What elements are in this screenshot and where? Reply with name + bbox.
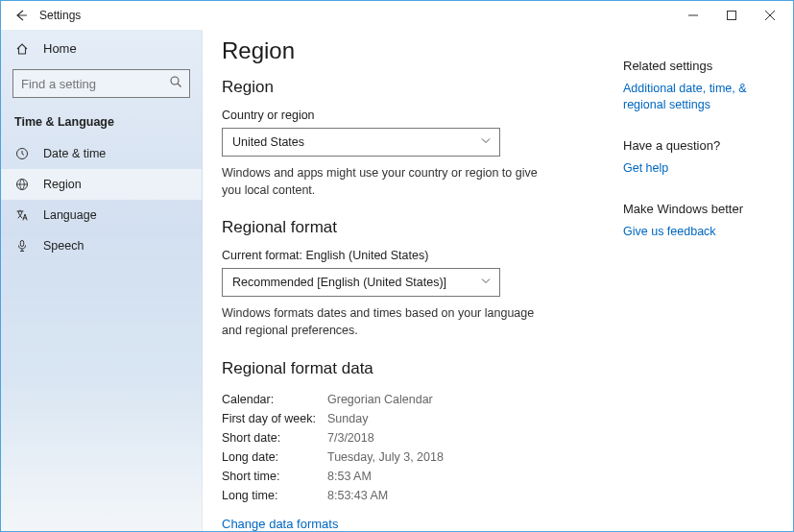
page-title: Region bbox=[222, 37, 596, 64]
get-help-link[interactable]: Get help bbox=[623, 160, 782, 177]
section-format-heading: Regional format bbox=[222, 218, 596, 237]
search-icon bbox=[169, 75, 182, 92]
svg-rect-4 bbox=[20, 241, 23, 247]
sidebar-item-language[interactable]: Language bbox=[1, 200, 202, 230]
table-row: Short time:8:53 AM bbox=[222, 467, 596, 486]
sidebar-item-label: Language bbox=[43, 208, 97, 222]
country-dropdown[interactable]: United States bbox=[222, 128, 500, 157]
maximize-button[interactable] bbox=[712, 2, 751, 29]
format-value: Recommended [English (United States)] bbox=[232, 276, 446, 289]
sidebar-item-speech[interactable]: Speech bbox=[1, 230, 202, 261]
give-feedback-link[interactable]: Give us feedback bbox=[623, 224, 782, 240]
sidebar: Home Time & Language Date & time Region … bbox=[1, 30, 203, 531]
sidebar-item-label: Date & time bbox=[43, 147, 106, 160]
table-row: Calendar:Gregorian Calendar bbox=[222, 390, 596, 409]
back-button[interactable] bbox=[11, 5, 32, 26]
aside: Related settings Additional date, time, … bbox=[615, 30, 793, 531]
format-label: Current format: English (United States) bbox=[222, 249, 596, 262]
home-icon bbox=[14, 42, 30, 56]
language-icon bbox=[14, 208, 30, 222]
country-label: Country or region bbox=[222, 109, 596, 122]
window-controls bbox=[674, 2, 789, 29]
country-helper: Windows and apps might use your country … bbox=[222, 164, 548, 199]
globe-icon bbox=[14, 178, 30, 191]
section-format-data-heading: Regional format data bbox=[222, 359, 596, 378]
chevron-down-icon bbox=[480, 276, 492, 290]
table-row: First day of week:Sunday bbox=[222, 409, 596, 428]
country-value: United States bbox=[232, 135, 304, 149]
additional-settings-link[interactable]: Additional date, time, & regional settin… bbox=[623, 81, 782, 113]
arrow-left-icon bbox=[14, 9, 28, 22]
window-title: Settings bbox=[39, 9, 81, 22]
sidebar-item-region[interactable]: Region bbox=[1, 169, 202, 200]
titlebar: Settings bbox=[1, 1, 793, 30]
sidebar-item-date-time[interactable]: Date & time bbox=[1, 138, 202, 169]
have-question-heading: Have a question? bbox=[623, 138, 782, 153]
change-data-formats-link[interactable]: Change data formats bbox=[222, 517, 338, 531]
table-row: Short date:7/3/2018 bbox=[222, 428, 596, 447]
related-settings-heading: Related settings bbox=[623, 59, 782, 73]
microphone-icon bbox=[14, 239, 30, 253]
table-row: Long time:8:53:43 AM bbox=[222, 486, 596, 505]
home-nav[interactable]: Home bbox=[1, 34, 202, 63]
main-content: Region Region Country or region United S… bbox=[203, 30, 615, 531]
close-button[interactable] bbox=[751, 2, 789, 29]
sidebar-heading: Time & Language bbox=[1, 108, 202, 138]
section-region-heading: Region bbox=[222, 78, 596, 97]
search-input[interactable] bbox=[12, 69, 190, 98]
format-helper: Windows formats dates and times based on… bbox=[222, 304, 548, 339]
table-row: Long date:Tuesday, July 3, 2018 bbox=[222, 447, 596, 467]
sidebar-item-label: Speech bbox=[43, 239, 84, 253]
clock-icon bbox=[14, 147, 30, 160]
sidebar-item-label: Region bbox=[43, 178, 82, 191]
svg-rect-0 bbox=[728, 12, 736, 20]
svg-point-1 bbox=[171, 77, 179, 85]
format-data-table: Calendar:Gregorian Calendar First day of… bbox=[222, 390, 596, 505]
chevron-down-icon bbox=[480, 135, 492, 150]
search-box bbox=[12, 69, 190, 98]
minimize-button[interactable] bbox=[674, 2, 712, 29]
make-windows-better-heading: Make Windows better bbox=[623, 202, 782, 216]
format-dropdown[interactable]: Recommended [English (United States)] bbox=[222, 268, 500, 297]
home-label: Home bbox=[43, 41, 77, 56]
